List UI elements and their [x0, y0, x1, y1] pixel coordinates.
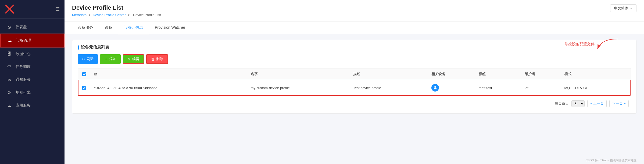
menu-icon[interactable]: ☰	[55, 6, 60, 12]
edit-icon: ✎	[128, 57, 131, 61]
sidebar-item-label: 任务调度	[16, 64, 31, 69]
row-description-cell: Test device profile	[349, 80, 428, 96]
sidebar-item-label: 设备管理	[16, 38, 31, 43]
toolbar: ↻ 刷新 ＋ 添加 ✎ 编辑 🗑 删除	[78, 54, 631, 64]
sidebar-item-label: 应用服务	[16, 103, 31, 108]
app-service-icon: ☁	[6, 103, 12, 108]
prev-page-button[interactable]: « 上一页	[587, 100, 607, 107]
device-mgmt-icon: ☁	[7, 38, 12, 43]
col-name-header: 名字	[247, 68, 349, 80]
dashboard-icon: ⊙	[6, 24, 12, 30]
sidebar-item-label: 规则引擎	[16, 90, 31, 95]
row-device-cell	[428, 80, 475, 96]
topbar-left: Device Profile List Metadata > Device Pr…	[72, 4, 162, 17]
annotation-group: 修改设备配置文件	[564, 38, 620, 51]
row-maintainer-cell: iot	[521, 80, 560, 96]
rule-engine-icon: ⚙	[6, 90, 12, 95]
main-panel: 设备元信息列表 ↻ 刷新 ＋ 添加 ✎ 编辑 🗑 删除	[72, 40, 636, 114]
page-title: Device Profile List	[72, 4, 162, 11]
row-tags-cell: mqtt,test	[475, 80, 521, 96]
table-header-row: ID 名字 描述 相关设备 标签 维护者 模式	[78, 68, 630, 80]
tab-bar: 设备服务 设备 设备元信息 Provision Watcher	[65, 21, 644, 34]
sidebar-item-label: 数据中心	[16, 52, 31, 56]
refresh-icon: ↻	[82, 57, 85, 61]
next-page-button[interactable]: 下一页 »	[609, 100, 629, 107]
add-icon: ＋	[104, 57, 108, 61]
footer: CSDN @IoTHub · 物联网开源技术社区	[65, 157, 644, 164]
sidebar-item-task-schedule[interactable]: ⏱ 任务调度	[0, 60, 65, 73]
delete-icon: 🗑	[151, 57, 155, 61]
delete-label: 删除	[156, 57, 163, 61]
row-id-cell: e045d604-02f3-43fc-a7f0-65ad73ddaa5a	[90, 80, 247, 96]
table-row: e045d604-02f3-43fc-a7f0-65ad73ddaa5a my-…	[78, 80, 630, 96]
sidebar-item-data-center[interactable]: 🗄 数据中心	[0, 48, 65, 60]
tab-provision-watcher[interactable]: Provision Watcher	[149, 21, 191, 34]
delete-button[interactable]: 🗑 删除	[146, 54, 168, 64]
breadcrumb-sep1: >	[89, 13, 92, 17]
breadcrumb-device-profile-center[interactable]: Device Profile Center	[93, 13, 126, 17]
edit-label: 编辑	[132, 57, 139, 61]
col-description-header: 描述	[349, 68, 428, 80]
sidebar-item-label: 通知服务	[16, 77, 31, 82]
col-mode-header: 模式	[561, 68, 630, 80]
panel-title: 设备元信息列表	[81, 45, 109, 50]
row-mode-cell: MQTT-DEVICE	[561, 80, 630, 96]
breadcrumb-sep2: >	[128, 13, 131, 17]
add-button[interactable]: ＋ 添加	[100, 54, 121, 64]
tab-device[interactable]: 设备	[99, 21, 118, 34]
col-device-header: 相关设备	[428, 68, 475, 80]
lang-button[interactable]: 中文简体	[610, 4, 636, 12]
person-icon	[433, 86, 437, 90]
annotation-text: 修改设备配置文件	[564, 42, 595, 47]
data-center-icon: 🗄	[6, 51, 12, 57]
panel-header: 设备元信息列表	[78, 45, 631, 50]
tab-device-service[interactable]: 设备服务	[72, 21, 99, 34]
topbar: Device Profile List Metadata > Device Pr…	[65, 0, 644, 21]
footer-text: CSDN @IoTHub · 物联网开源技术社区	[585, 159, 636, 162]
pagination: 每页条目 5 10 20 « 上一页 下一页 »	[78, 96, 631, 108]
sidebar-item-rule-engine[interactable]: ⚙ 规则引擎	[0, 86, 65, 99]
panel-header-bar	[78, 45, 79, 50]
logo-icon	[5, 4, 15, 14]
sidebar-item-app-service[interactable]: ☁ 应用服务	[0, 99, 65, 112]
select-all-checkbox[interactable]	[82, 72, 86, 76]
sidebar-item-device-mgmt[interactable]: ☁ 设备管理	[0, 34, 65, 48]
breadcrumb: Metadata > Device Profile Center > Devic…	[72, 13, 162, 17]
row-checkbox[interactable]	[82, 86, 86, 90]
sidebar: ☰ ⊙ 仪表盘 ☁ 设备管理 🗄 数据中心 ⏱ 任务调度 ✉ 通知服务 ⚙ 规则…	[0, 0, 65, 164]
notify-service-icon: ✉	[6, 77, 12, 82]
sidebar-nav: ⊙ 仪表盘 ☁ 设备管理 🗄 数据中心 ⏱ 任务调度 ✉ 通知服务 ⚙ 规则引擎…	[0, 19, 65, 164]
row-name-cell: my-custom-device-profile	[247, 80, 349, 96]
sidebar-item-dashboard[interactable]: ⊙ 仪表盘	[0, 21, 65, 34]
refresh-label: 刷新	[87, 57, 94, 61]
svg-point-3	[434, 86, 436, 88]
annotation-arrow-icon	[596, 38, 620, 51]
per-page-select[interactable]: 5 10 20	[571, 100, 585, 107]
edit-button[interactable]: ✎ 编辑	[123, 54, 144, 64]
sidebar-item-notify-service[interactable]: ✉ 通知服务	[0, 73, 65, 86]
breadcrumb-metadata[interactable]: Metadata	[72, 13, 87, 17]
per-page-label: 每页条目	[555, 101, 569, 106]
col-id-header: ID	[90, 68, 247, 80]
col-maintainer-header: 维护者	[521, 68, 560, 80]
content-area: 修改设备配置文件 设备元信息列表 ↻	[65, 34, 644, 157]
device-profile-table: ID 名字 描述 相关设备 标签 维护者 模式	[78, 68, 631, 96]
sidebar-header: ☰	[0, 0, 65, 19]
col-checkbox	[78, 68, 90, 80]
tab-device-meta[interactable]: 设备元信息	[118, 21, 149, 34]
col-tags-header: 标签	[475, 68, 521, 80]
row-checkbox-cell	[78, 80, 90, 96]
breadcrumb-current: Device Profile List	[133, 13, 161, 17]
task-schedule-icon: ⏱	[6, 64, 12, 70]
sidebar-item-label: 仪表盘	[16, 25, 27, 30]
main-area: Device Profile List Metadata > Device Pr…	[65, 0, 644, 164]
device-icon[interactable]	[431, 84, 439, 92]
refresh-button[interactable]: ↻ 刷新	[78, 54, 98, 64]
add-label: 添加	[109, 57, 116, 61]
